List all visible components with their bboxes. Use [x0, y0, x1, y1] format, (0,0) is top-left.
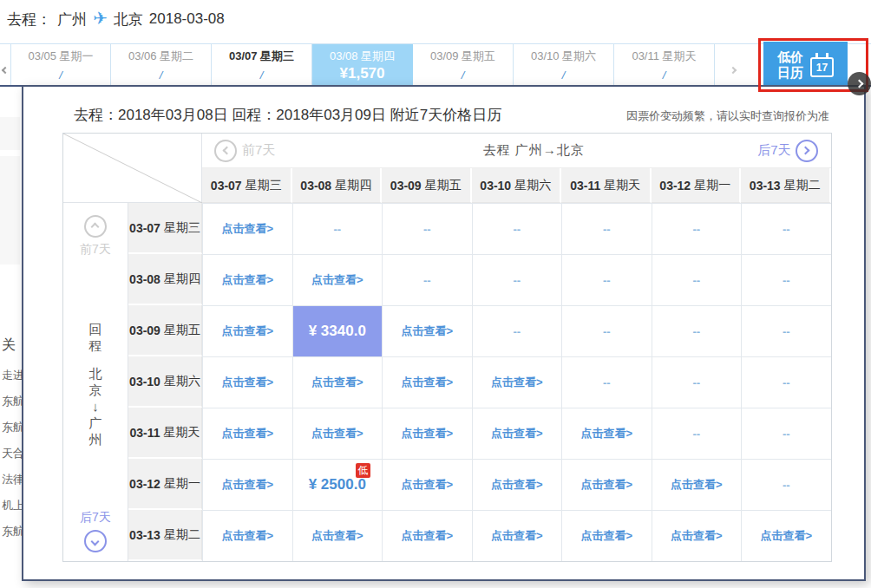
fare-cell-03-08-out-03-13-ret[interactable]: 点击查看> — [292, 510, 383, 561]
calendar-icon: 17 — [810, 57, 834, 77]
fare-cell-03-12-out-03-09-ret: -- — [652, 305, 742, 356]
fare-cell-03-08-out-03-08-ret[interactable]: 点击查看> — [292, 254, 383, 305]
fare-cell-03-08-out-03-10-ret[interactable]: 点击查看> — [292, 356, 383, 408]
fare-cell-03-08-out-03-07-ret: -- — [292, 203, 383, 254]
fare-cell-03-12-out-03-08-ret: -- — [652, 254, 742, 305]
view-fare-link[interactable]: 点击查看> — [401, 528, 453, 544]
no-fare-placeholder: -- — [513, 325, 521, 338]
view-fare-link[interactable]: 点击查看> — [221, 477, 273, 493]
fare-cell-03-10-out-03-11-ret[interactable]: 点击查看> — [472, 408, 562, 459]
tab-price-label: / — [212, 69, 311, 82]
fare-cell-03-07-out-03-10-ret[interactable]: 点击查看> — [202, 356, 292, 408]
fare-cell-03-11-out-03-10-ret: -- — [561, 356, 652, 408]
view-fare-link[interactable]: 点击查看> — [580, 477, 632, 493]
view-fare-link[interactable]: 点击查看> — [221, 323, 273, 339]
no-fare-placeholder: -- — [692, 325, 700, 338]
view-fare-link[interactable]: 点击查看> — [221, 221, 273, 237]
fare-cell-03-12-out-03-12-ret[interactable]: 点击查看> — [652, 459, 742, 510]
view-fare-link[interactable]: 点击查看> — [580, 426, 632, 441]
background-link-fragment: 走进 — [2, 368, 22, 383]
fare-cell-03-09-out-03-11-ret[interactable]: 点击查看> — [382, 408, 472, 459]
date-tab-03-05[interactable]: 03/05 星期一/ — [10, 44, 111, 85]
date-tab-03-10[interactable]: 03/10 星期六/ — [514, 44, 614, 85]
view-fare-link[interactable]: 点击查看> — [671, 528, 723, 544]
view-fare-link[interactable]: 点击查看> — [221, 272, 273, 288]
no-fare-placeholder: -- — [783, 274, 790, 287]
outbound-nav-header: 前7天 去程 广州→北京 后7天 — [202, 134, 831, 168]
date-tab-03-08[interactable]: 03/08 星期四¥1,570 — [312, 44, 413, 85]
date-tab-03-07[interactable]: 03/07 星期三/ — [212, 44, 312, 85]
fare-cell-03-10-out-03-13-ret[interactable]: 点击查看> — [472, 510, 562, 561]
tab-date-label: 03/08 星期四 — [312, 49, 412, 64]
view-fare-link[interactable]: 点击查看> — [491, 426, 543, 441]
view-fare-link[interactable]: 点击查看> — [221, 528, 273, 544]
tab-date-label: 03/09 星期五 — [413, 49, 513, 64]
fare-cell-03-10-out-03-10-ret[interactable]: 点击查看> — [472, 356, 562, 408]
view-fare-link[interactable]: 点击查看> — [491, 528, 543, 544]
outbound-route-title: 去程 广州→北京 — [483, 142, 585, 159]
fare-cell-03-07-out-03-07-ret[interactable]: 点击查看> — [202, 203, 292, 254]
fare-cell-03-13-out-03-13-ret[interactable]: 点击查看> — [741, 510, 831, 561]
return-prev7-button[interactable]: 前7天 — [80, 215, 111, 258]
view-fare-link[interactable]: 点击查看> — [311, 426, 363, 441]
price-grid: 前7天 去程 广州→北京 后7天 前7天 回程北京↓广州 后7天 03-07星期… — [62, 133, 832, 562]
outbound-prev7-button[interactable]: 前7天 — [214, 140, 275, 162]
column-header-03-11: 03-11星期天 — [561, 168, 652, 203]
fare-cell-03-07-out-03-09-ret[interactable]: 点击查看> — [202, 305, 292, 356]
tab-date-label: 03/07 星期三 — [212, 49, 311, 64]
date-tab-03-09[interactable]: 03/09 星期五/ — [413, 44, 514, 85]
no-fare-placeholder: -- — [603, 223, 611, 236]
view-fare-link[interactable]: 点击查看> — [221, 375, 273, 390]
route-summary-bar: 去程： 广州 ✈ 北京 2018-03-08 — [7, 9, 225, 29]
row-header-03-08: 03-08星期四 — [128, 254, 202, 305]
price-calendar-modal: 去程：2018年03月08日 回程：2018年03月09日 附近7天价格日历 因… — [22, 85, 866, 581]
chevron-down-circle-icon — [84, 530, 107, 552]
outbound-next7-button[interactable]: 后7天 — [757, 140, 818, 162]
view-fare-link[interactable]: 点击查看> — [671, 477, 723, 493]
fare-cell-03-09-out-03-09-ret[interactable]: 点击查看> — [382, 305, 472, 356]
view-fare-link[interactable]: 点击查看> — [401, 323, 453, 339]
chevron-left-circle-icon — [214, 140, 237, 162]
fare-cell-03-10-out-03-12-ret[interactable]: 点击查看> — [472, 459, 562, 510]
view-fare-link[interactable]: 点击查看> — [580, 528, 632, 544]
view-fare-link[interactable]: 点击查看> — [401, 477, 453, 493]
fare-cell-03-09-out-03-13-ret[interactable]: 点击查看> — [382, 510, 472, 561]
low-price-calendar-button[interactable]: 低价 日历 17 — [763, 42, 848, 88]
panel-collapse-arrow-button[interactable] — [848, 72, 871, 95]
fare-cell-03-09-out-03-08-ret: -- — [382, 254, 472, 305]
view-fare-link[interactable]: 点击查看> — [491, 477, 543, 493]
date-tab-03-11[interactable]: 03/11 星期天/ — [614, 44, 715, 85]
fare-cell-03-08-out-03-11-ret[interactable]: 点击查看> — [292, 408, 383, 459]
date-tab-03-06[interactable]: 03/06 星期二/ — [111, 44, 212, 85]
view-fare-link[interactable]: 点击查看> — [401, 375, 453, 390]
return-nav-column: 前7天 回程北京↓广州 后7天 — [63, 203, 128, 561]
view-fare-link[interactable]: 点击查看> — [311, 375, 363, 390]
view-fare-link[interactable]: 点击查看> — [491, 375, 543, 390]
fare-cell-03-08-out-03-09-ret[interactable]: ¥ 3340.0 — [292, 305, 383, 356]
view-fare-link[interactable]: 点击查看> — [760, 528, 812, 544]
fare-cell-03-09-out-03-10-ret[interactable]: 点击查看> — [382, 356, 472, 408]
tab-date-label: 03/11 星期天 — [614, 49, 714, 64]
tabs-scroll-right-icon[interactable] — [730, 61, 736, 76]
view-fare-link[interactable]: 点击查看> — [311, 272, 363, 288]
row-header-03-12: 03-12星期一 — [128, 459, 202, 510]
fare-cell-03-11-out-03-13-ret[interactable]: 点击查看> — [561, 510, 652, 561]
fare-cell-03-13-out-03-09-ret: -- — [741, 305, 831, 356]
fare-cell-03-11-out-03-11-ret[interactable]: 点击查看> — [561, 408, 652, 459]
fare-cell-03-07-out-03-11-ret[interactable]: 点击查看> — [202, 408, 292, 459]
no-fare-placeholder: -- — [783, 376, 790, 389]
no-fare-placeholder: -- — [692, 428, 700, 441]
tabs-scroll-left-icon[interactable] — [3, 61, 8, 76]
view-fare-link[interactable]: 点击查看> — [221, 426, 273, 441]
return-next7-button[interactable]: 后7天 — [80, 510, 111, 552]
fare-cell-03-07-out-03-13-ret[interactable]: 点击查看> — [202, 510, 292, 561]
fare-cell-03-07-out-03-12-ret[interactable]: 点击查看> — [202, 459, 292, 510]
fare-cell-03-09-out-03-12-ret[interactable]: 点击查看> — [382, 459, 472, 510]
view-fare-link[interactable]: 点击查看> — [311, 528, 363, 544]
no-fare-placeholder: -- — [692, 376, 700, 389]
view-fare-link[interactable]: 点击查看> — [401, 426, 453, 441]
fare-cell-03-08-out-03-12-ret[interactable]: 低¥ 2500.0 — [292, 459, 383, 510]
fare-cell-03-12-out-03-13-ret[interactable]: 点击查看> — [652, 510, 742, 561]
fare-cell-03-07-out-03-08-ret[interactable]: 点击查看> — [202, 254, 292, 305]
fare-cell-03-11-out-03-12-ret[interactable]: 点击查看> — [561, 459, 652, 510]
